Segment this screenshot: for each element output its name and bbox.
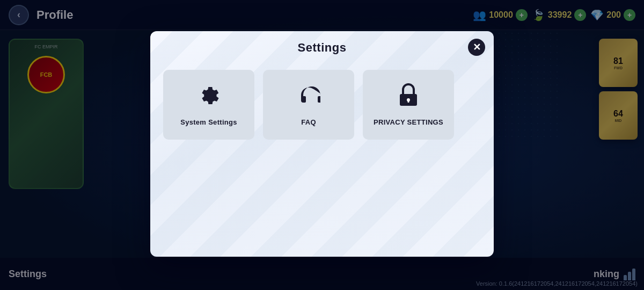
faq-label: FAQ <box>301 118 316 126</box>
faq-tile[interactable]: FAQ <box>263 70 354 140</box>
settings-modal: Settings ✕ System Settings <box>150 31 494 257</box>
modal-body: System Settings FAQ <box>150 63 494 153</box>
privacy-settings-label: PRIVACY SETTINGS <box>374 118 443 126</box>
privacy-settings-tile[interactable]: PRIVACY SETTINGS <box>363 70 454 140</box>
gear-icon <box>197 83 221 112</box>
modal-overlay: Settings ✕ System Settings <box>0 0 644 290</box>
system-settings-tile[interactable]: System Settings <box>163 70 254 140</box>
headphones-icon <box>297 83 320 112</box>
system-settings-label: System Settings <box>180 118 237 126</box>
modal-title: Settings <box>298 41 347 55</box>
modal-close-button[interactable]: ✕ <box>468 39 485 56</box>
lock-icon <box>398 83 419 112</box>
svg-rect-2 <box>408 100 409 103</box>
modal-header: Settings ✕ <box>150 31 494 63</box>
